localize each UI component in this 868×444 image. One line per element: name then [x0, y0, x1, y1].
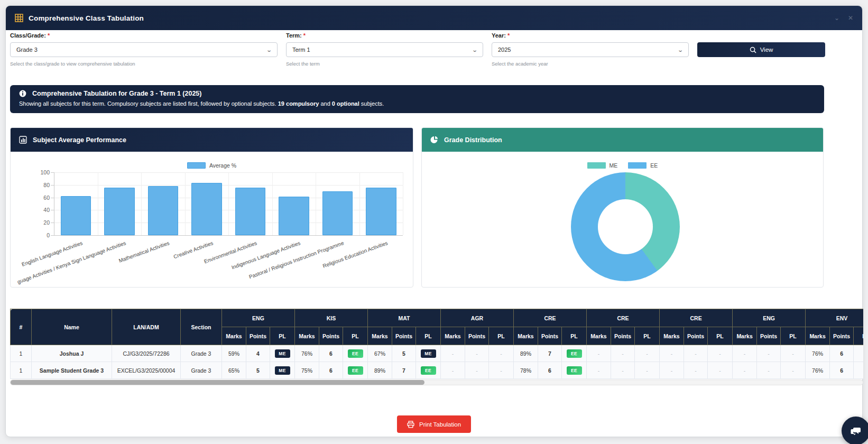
gridline [141, 172, 142, 235]
gridline [54, 172, 54, 235]
pl-badge-ee: EE [421, 366, 436, 375]
bar-1 [104, 188, 135, 235]
chevron-down-icon: ⌄ [472, 47, 478, 53]
table-cell: 6 [538, 362, 562, 379]
sub-column-header: PL [708, 327, 733, 345]
table-cell: - [465, 362, 489, 379]
bar-6 [322, 191, 353, 235]
table-cell: - [684, 362, 708, 379]
info-icon [19, 90, 26, 97]
pl-badge-ee: EE [348, 366, 363, 375]
sub-column-header: PL [854, 327, 863, 345]
table-cell: - [489, 362, 514, 379]
table-cell: - [660, 345, 684, 362]
table-cell: EE [562, 362, 587, 379]
subject-group-header: KIS [295, 309, 368, 327]
sub-column-header: Points [830, 327, 854, 345]
table-cell: Sample Student Grade 3 [32, 362, 112, 379]
chat-fab-button[interactable] [842, 417, 868, 444]
donut-hole [598, 199, 653, 254]
table-cell: EE [343, 362, 368, 379]
sub-column-header: Marks [222, 327, 246, 345]
term-select[interactable]: Term 1 ⌄ [286, 42, 483, 57]
pl-badge-ee: EE [348, 349, 363, 358]
table-cell: - [757, 362, 781, 379]
bar-chart-icon [19, 136, 27, 144]
table-cell: 7 [538, 345, 562, 362]
legend-item: Average % [187, 162, 236, 169]
view-button[interactable]: View [697, 42, 825, 57]
app-window: Comprehensive Class Tabulation ⌄ ✕ Class… [5, 5, 863, 437]
table-cell: ME [270, 345, 295, 362]
close-icon[interactable]: ✕ [848, 14, 853, 22]
class-grade-helper: Select the class/grade to view comprehen… [10, 61, 278, 67]
minimize-icon[interactable]: ⌄ [834, 14, 839, 22]
sub-column-header: PL [635, 327, 660, 345]
sub-column-header: Marks [514, 327, 538, 345]
table-cell: - [635, 362, 660, 379]
subject-group-header: ENV [806, 309, 863, 327]
table-cell: - [587, 345, 611, 362]
table-cell: 67% [368, 345, 392, 362]
pie-chart-icon [430, 136, 438, 144]
gridline [54, 235, 403, 236]
table-cell: - [733, 345, 757, 362]
sub-column-header: Marks [295, 327, 319, 345]
table-cell: 4 [246, 345, 270, 362]
gridline [316, 172, 316, 235]
legend-item: EE [628, 162, 658, 169]
subject-group-header: ENG [733, 309, 806, 327]
sub-column-header: Marks [660, 327, 684, 345]
card-title: Subject Average Performance [33, 136, 126, 144]
sub-column-header: PL [562, 327, 587, 345]
subject-group-header: CRE [587, 309, 660, 327]
search-icon [750, 47, 756, 53]
table-cell: - [611, 362, 635, 379]
year-label: Year:* [492, 32, 689, 40]
class-grade-select[interactable]: Grade 3 ⌄ [10, 42, 278, 57]
printer-icon [407, 421, 414, 428]
table-cell: - [708, 345, 733, 362]
chart-legend: MEEE [422, 162, 823, 169]
legend-swatch [628, 162, 647, 169]
print-tabulation-button[interactable]: Print Tabulation [397, 415, 471, 433]
legend-swatch [587, 162, 606, 169]
table-cell: - [441, 345, 465, 362]
table-cell [854, 345, 863, 362]
table-cell: 78% [514, 362, 538, 379]
card-title: Grade Distribution [444, 136, 502, 144]
table-cell: - [587, 362, 611, 379]
table-cell: 76% [295, 345, 319, 362]
table-cell: 89% [514, 345, 538, 362]
chevron-down-icon: ⌄ [677, 47, 684, 53]
y-axis-label: 80 [26, 182, 50, 188]
gridline [403, 172, 403, 235]
table-cell: EE [562, 345, 587, 362]
bar-chart: Average %020406080100English Language Ac… [11, 152, 413, 287]
column-header: # [11, 309, 32, 345]
table-cell: - [684, 345, 708, 362]
year-select[interactable]: 2025 ⌄ [492, 42, 689, 57]
table-cell: - [781, 362, 806, 379]
tabulation-table: #NameLAN/ADMSectionENGKISMATAGRCRECRECRE… [10, 309, 863, 379]
table-cell: 6 [319, 345, 343, 362]
subject-group-header: ENG [222, 309, 295, 327]
table-cell: CJ/G3/2025/72286 [112, 345, 181, 362]
subject-group-header: CRE [514, 309, 587, 327]
legend-item: ME [587, 162, 618, 169]
term-helper: Select the term [286, 61, 483, 67]
table-row: 1Sample Student Grade 3EXCEL/G3/2025/000… [11, 362, 864, 379]
table-cell: 76% [806, 345, 830, 362]
column-header: Name [32, 309, 112, 345]
gridline [228, 172, 229, 235]
scrollbar-thumb[interactable] [11, 380, 424, 385]
table-cell: EXCEL/G3/2025/00004 [112, 362, 181, 379]
sub-column-header: PL [781, 327, 806, 345]
pl-badge-me: ME [421, 349, 436, 358]
gridline [185, 172, 186, 235]
table-cell: - [635, 345, 660, 362]
horizontal-scrollbar[interactable] [10, 380, 863, 385]
tabulation-table-wrap: #NameLAN/ADMSectionENGKISMATAGRCRECRECRE… [10, 309, 863, 379]
bar-0 [61, 196, 91, 235]
y-axis-label: 0 [26, 232, 50, 238]
